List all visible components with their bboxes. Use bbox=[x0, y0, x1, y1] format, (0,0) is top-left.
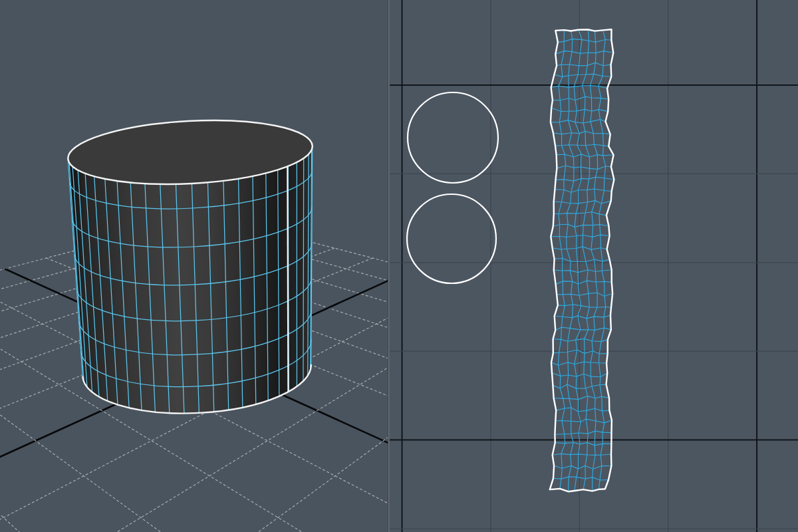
uv-strip-column-edge bbox=[591, 31, 598, 491]
uv-shell-cap-circle[interactable] bbox=[408, 92, 498, 183]
uv-shell-strip[interactable] bbox=[550, 29, 614, 491]
dual-viewport-workspace bbox=[0, 0, 798, 532]
uv-strip-row-edge bbox=[556, 281, 612, 284]
uv-editor-pane[interactable] bbox=[390, 0, 798, 532]
uv-border-seam-edge bbox=[287, 166, 288, 392]
uv-strip-row-edge bbox=[554, 396, 609, 400]
uv-strip-row-edge bbox=[554, 466, 611, 469]
uv-strip-wireframe bbox=[551, 30, 614, 492]
uv-grid bbox=[390, 0, 798, 532]
cylinder-mesh-object[interactable] bbox=[66, 114, 314, 413]
uv-strip-row-edge bbox=[554, 201, 611, 203]
cylinder-body-surface bbox=[68, 146, 312, 413]
cylinder-vertical-edge bbox=[303, 158, 304, 381]
uv-strip-row-edge bbox=[555, 144, 608, 146]
uv-strip-row-edge bbox=[555, 419, 612, 423]
uv-editor-canvas[interactable] bbox=[390, 0, 798, 532]
uv-strip-row-edge bbox=[553, 224, 609, 227]
uv-shell-cap-circle[interactable] bbox=[407, 194, 496, 283]
uv-strip-row-edge bbox=[558, 39, 612, 43]
uv-strip-row-edge bbox=[555, 327, 611, 330]
uv-strip-row-edge bbox=[551, 362, 606, 365]
perspective-viewport-pane[interactable] bbox=[0, 0, 388, 532]
uv-strip-row-edge bbox=[551, 120, 606, 123]
uv-strip-row-edge bbox=[558, 305, 611, 307]
uv-strip-row-edge bbox=[557, 63, 611, 65]
uv-strip-row-edge bbox=[554, 212, 606, 215]
uv-strip-row-edge bbox=[553, 96, 608, 100]
perspective-viewport-canvas[interactable] bbox=[0, 0, 388, 532]
